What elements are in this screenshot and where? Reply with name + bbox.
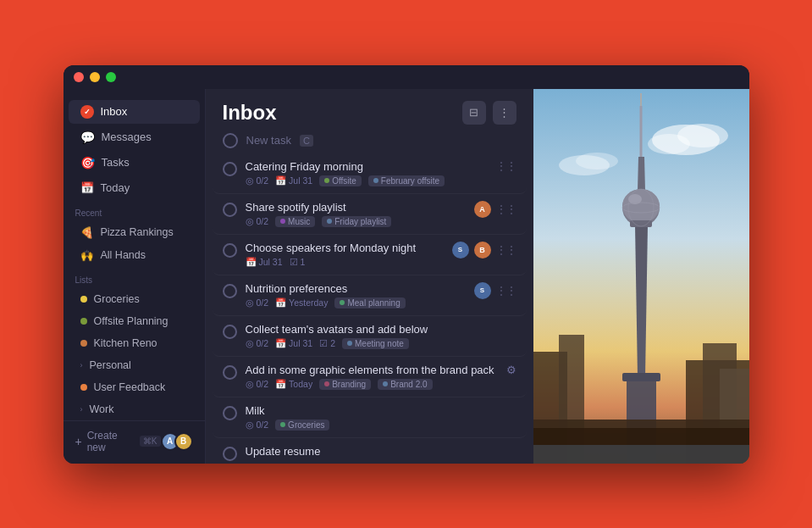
calendar-icon: 📅 xyxy=(275,297,286,308)
subtask-icon: ☑ xyxy=(319,338,328,348)
nav-messages[interactable]: 💬 Messages xyxy=(69,125,200,149)
nav-tasks[interactable]: 🎯 Tasks xyxy=(69,151,200,175)
task-menu-icon[interactable]: ⋮⋮ xyxy=(496,203,516,215)
calendar-icon: 📅 xyxy=(275,175,286,186)
task-name: Milk xyxy=(246,404,508,417)
task-meta: ◎ 0/2 Music Friday playlist xyxy=(246,216,466,227)
create-new-button[interactable]: + Create new ⌘K xyxy=(75,430,161,453)
filter-icon: ⊟ xyxy=(469,106,478,119)
task-item[interactable]: Milk ◎ 0/2 Groceries xyxy=(213,397,527,438)
maximize-button[interactable] xyxy=(106,72,116,82)
personal-label: Personal xyxy=(90,359,131,371)
personal-chevron-icon: › xyxy=(80,361,83,370)
task-name: Collect team's avatars and add below xyxy=(246,323,508,336)
more-button[interactable]: ⋮ xyxy=(493,101,516,125)
nav-today-label: Today xyxy=(101,181,130,194)
list-kitchen-reno[interactable]: Kitchen Reno xyxy=(69,333,200,353)
task-item[interactable]: Collect team's avatars and add below ◎ 0… xyxy=(213,316,527,357)
task-checkbox[interactable] xyxy=(223,406,237,420)
nav-inbox[interactable]: Inbox xyxy=(69,100,200,124)
task-meta: ◎ 0/2 📅 Jul 31 Offsite xyxy=(246,175,488,186)
list-personal[interactable]: › Personal xyxy=(69,355,200,375)
task-checkbox[interactable] xyxy=(223,325,237,339)
task-progress: ◎ 0/2 xyxy=(246,338,269,348)
task-checkbox[interactable] xyxy=(223,447,237,461)
new-task-row[interactable]: New task C xyxy=(206,125,533,153)
task-name: Choose speakers for Monday night xyxy=(246,242,444,254)
new-task-shortcut: C xyxy=(300,135,313,147)
main-header: Inbox ⊟ ⋮ xyxy=(206,89,533,125)
task-meta: ◎ 0/2 📅 Today Branding xyxy=(246,379,498,390)
task-name: Update resume xyxy=(246,445,508,458)
recent-section-label: Recent xyxy=(64,200,205,221)
create-new-label: Create new xyxy=(87,430,135,453)
task-item[interactable]: Add in some graphic elements from the br… xyxy=(213,357,527,397)
subtask-count: ☑ 1 xyxy=(290,257,306,267)
tag-dot xyxy=(327,219,332,224)
more-icon: ⋮ xyxy=(499,106,510,119)
page-title: Inbox xyxy=(223,101,277,125)
header-actions: ⊟ ⋮ xyxy=(462,101,516,125)
nav-today[interactable]: 📅 Today xyxy=(69,176,200,199)
app-body: Inbox 💬 Messages 🎯 Tasks 📅 Today Recent … xyxy=(64,89,749,464)
task-menu-icon[interactable]: ⋮⋮ xyxy=(496,244,516,256)
task-item[interactable]: Choose speakers for Monday night 📅 Jul 3… xyxy=(213,235,527,275)
task-checkbox[interactable] xyxy=(223,203,237,217)
list-groceries[interactable]: Groceries xyxy=(69,289,200,309)
task-body: Add in some graphic elements from the br… xyxy=(246,364,498,390)
task-item[interactable]: Update resume xyxy=(213,438,527,464)
progress-icon: ◎ xyxy=(246,379,254,389)
task-meta: ◎ 0/2 📅 Yesterday Meal planning xyxy=(246,297,466,308)
task-item[interactable]: Share spotify playlist ◎ 0/2 Music xyxy=(213,194,527,235)
sidebar: Inbox 💬 Messages 🎯 Tasks 📅 Today Recent … xyxy=(64,89,206,464)
kitchen-reno-label: Kitchen Reno xyxy=(94,337,157,349)
svg-rect-25 xyxy=(533,445,749,464)
task-checkbox[interactable] xyxy=(223,162,237,176)
tag-dot xyxy=(383,381,388,386)
tag-dot xyxy=(280,219,285,224)
subtask-count: ☑ 2 xyxy=(319,338,335,348)
task-body: Catering Friday morning ◎ 0/2 📅 Jul 31 xyxy=(246,160,488,186)
slack-icon: S xyxy=(452,242,469,258)
task-right: ⚙ xyxy=(506,364,516,376)
list-user-feedback[interactable]: User Feedback xyxy=(69,377,200,397)
recent-all-hands[interactable]: 🙌 All Hands xyxy=(69,245,200,266)
nav-inbox-label: Inbox xyxy=(101,105,128,118)
task-menu-icon[interactable]: ⋮⋮ xyxy=(496,285,516,297)
all-hands-label: All Hands xyxy=(101,249,146,261)
work-label: Work xyxy=(90,403,114,415)
task-right: S B ⋮⋮ xyxy=(452,242,516,258)
tag-dot xyxy=(373,178,378,183)
task-item[interactable]: Catering Friday morning ◎ 0/2 📅 Jul 31 xyxy=(213,153,527,194)
minimize-button[interactable] xyxy=(90,72,100,82)
svg-point-5 xyxy=(576,153,618,170)
task-right: S ⋮⋮ xyxy=(474,282,516,299)
tag-dot xyxy=(340,300,345,305)
task-item[interactable]: Nutrition preferences ◎ 0/2 📅 Yesterday xyxy=(213,275,527,316)
tag-dot xyxy=(324,178,329,183)
calendar-icon: 📅 xyxy=(275,338,286,349)
task-menu-icon[interactable]: ⋮⋮ xyxy=(496,160,516,172)
avatar-2: B xyxy=(174,432,193,451)
task-checkbox[interactable] xyxy=(223,284,237,298)
task-checkbox[interactable] xyxy=(223,365,237,380)
user-feedback-dot xyxy=(80,384,87,391)
task-assignee-avatar: B xyxy=(474,242,491,258)
task-tag2: Friday playlist xyxy=(322,216,391,227)
list-offsite-planning[interactable]: Offsite Planning xyxy=(69,311,200,331)
calendar-icon: 📅 xyxy=(246,257,257,268)
task-date: 📅 Jul 31 xyxy=(275,338,312,349)
task-checkbox[interactable] xyxy=(223,243,237,258)
recent-pizza-rankings[interactable]: 🍕 Pizza Rankings xyxy=(69,222,200,243)
tower-image xyxy=(533,89,749,464)
list-work[interactable]: › Work xyxy=(69,399,200,420)
task-progress: ◎ 0/2 xyxy=(246,379,269,389)
progress-icon: ◎ xyxy=(246,175,254,186)
task-name: Nutrition preferences xyxy=(246,282,466,295)
task-progress: ◎ 0/2 xyxy=(246,420,269,430)
close-button[interactable] xyxy=(74,72,84,82)
task-body: Nutrition preferences ◎ 0/2 📅 Yesterday xyxy=(246,282,466,308)
filter-button[interactable]: ⊟ xyxy=(462,101,486,125)
task-body: Milk ◎ 0/2 Groceries xyxy=(246,404,508,431)
task-tag2: Brand 2.0 xyxy=(378,379,432,390)
